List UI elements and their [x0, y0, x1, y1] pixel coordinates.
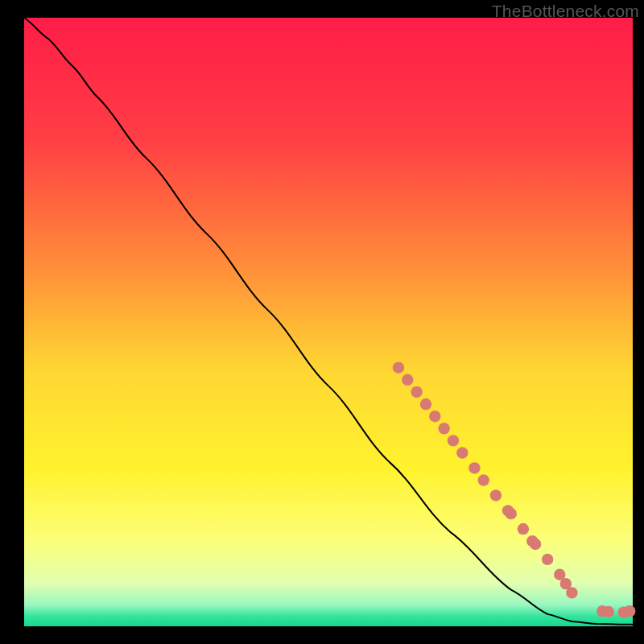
data-marker: [411, 386, 422, 398]
data-marker: [448, 435, 459, 446]
watermark-text: TheBottleneck.com: [492, 2, 639, 21]
data-marker: [530, 539, 541, 550]
data-marker: [469, 462, 480, 473]
data-marker: [506, 508, 517, 519]
data-marker: [393, 362, 404, 374]
data-marker: [420, 398, 431, 410]
data-marker: [490, 489, 502, 501]
data-marker: [478, 474, 489, 485]
data-marker: [429, 411, 440, 422]
data-marker: [438, 423, 449, 434]
bottleneck-chart: [0, 0, 644, 644]
data-marker: [402, 374, 413, 386]
data-marker: [624, 605, 635, 617]
data-marker: [566, 587, 577, 598]
data-marker: [518, 523, 529, 535]
data-marker: [542, 554, 553, 565]
data-marker: [603, 606, 614, 617]
plot-background: [24, 18, 633, 626]
data-marker: [456, 447, 468, 458]
